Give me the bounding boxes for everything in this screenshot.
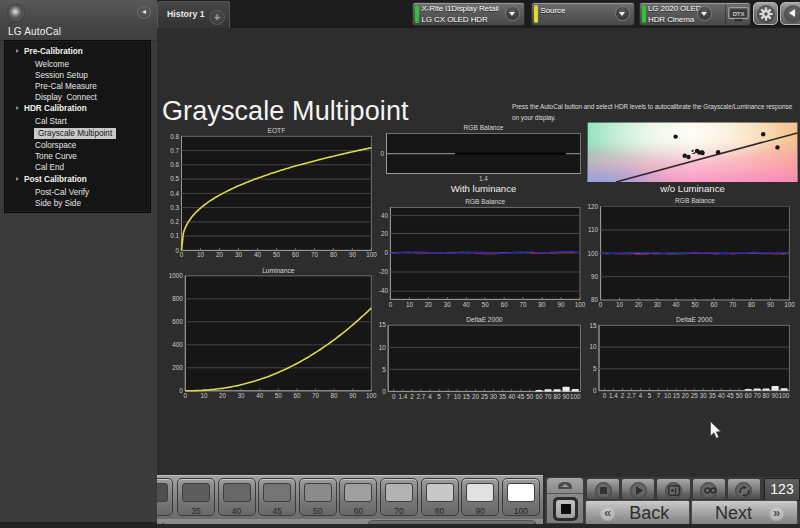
svg-text:0: 0 xyxy=(380,150,384,157)
svg-text:70: 70 xyxy=(544,393,552,400)
svg-text:100: 100 xyxy=(779,392,790,399)
svg-text:80: 80 xyxy=(591,296,599,303)
svg-text:25: 25 xyxy=(481,393,489,400)
svg-text:Luminance: Luminance xyxy=(262,267,295,274)
svg-text:45: 45 xyxy=(727,392,735,399)
svg-text:120: 120 xyxy=(588,203,599,210)
svg-text:DeltaE 2000: DeltaE 2000 xyxy=(676,316,713,323)
svg-text:90: 90 xyxy=(557,301,565,308)
svg-text:1.4: 1.4 xyxy=(609,392,618,399)
svg-text:50: 50 xyxy=(526,393,534,400)
svg-text:70: 70 xyxy=(729,301,737,308)
svg-text:0.2: 0.2 xyxy=(170,218,179,225)
svg-text:800: 800 xyxy=(172,295,183,302)
svg-text:20: 20 xyxy=(425,301,433,308)
svg-text:10: 10 xyxy=(197,251,205,258)
svg-text:20: 20 xyxy=(682,392,690,399)
svg-text:10: 10 xyxy=(406,301,414,308)
svg-text:30: 30 xyxy=(490,393,498,400)
svg-text:50: 50 xyxy=(736,392,744,399)
svg-text:0.6: 0.6 xyxy=(170,161,179,168)
svg-text:20: 20 xyxy=(635,301,643,308)
svg-text:40: 40 xyxy=(673,301,681,308)
svg-text:50: 50 xyxy=(482,301,490,308)
svg-text:10: 10 xyxy=(454,393,462,400)
svg-text:100: 100 xyxy=(588,250,599,257)
svg-text:15: 15 xyxy=(673,392,681,399)
svg-text:80: 80 xyxy=(330,251,338,258)
svg-text:1000: 1000 xyxy=(169,272,184,279)
svg-text:20: 20 xyxy=(219,392,227,399)
svg-text:80: 80 xyxy=(539,301,547,308)
svg-text:100: 100 xyxy=(570,393,581,400)
svg-text:20: 20 xyxy=(472,393,480,400)
svg-text:5: 5 xyxy=(593,365,597,372)
svg-text:RGB Balance: RGB Balance xyxy=(675,197,715,204)
svg-text:70: 70 xyxy=(311,251,319,258)
svg-text:20: 20 xyxy=(381,230,389,237)
svg-text:0.7: 0.7 xyxy=(170,147,179,154)
svg-text:5: 5 xyxy=(648,392,652,399)
svg-text:80: 80 xyxy=(748,301,756,308)
svg-text:With luminance: With luminance xyxy=(451,183,517,194)
svg-text:7: 7 xyxy=(446,393,450,400)
svg-text:30: 30 xyxy=(238,392,246,399)
svg-text:70: 70 xyxy=(520,301,528,308)
svg-text:5: 5 xyxy=(382,366,386,373)
svg-text:0: 0 xyxy=(593,387,597,394)
svg-text:4: 4 xyxy=(639,392,643,399)
svg-text:100: 100 xyxy=(366,251,377,258)
svg-text:EOTF: EOTF xyxy=(268,127,286,134)
svg-text:25: 25 xyxy=(691,392,699,399)
svg-text:-40: -40 xyxy=(379,287,389,294)
svg-text:4: 4 xyxy=(428,393,432,400)
svg-text:15: 15 xyxy=(463,393,471,400)
svg-text:0.8: 0.8 xyxy=(170,133,179,140)
svg-text:50: 50 xyxy=(691,301,699,308)
svg-text:30: 30 xyxy=(235,251,243,258)
svg-text:7: 7 xyxy=(657,392,661,399)
svg-text:10: 10 xyxy=(616,301,624,308)
svg-text:40: 40 xyxy=(463,301,471,308)
svg-text:600: 600 xyxy=(172,318,183,325)
svg-text:10: 10 xyxy=(664,392,672,399)
svg-text:2.7: 2.7 xyxy=(417,393,426,400)
svg-text:80: 80 xyxy=(331,392,339,399)
svg-text:30: 30 xyxy=(700,392,708,399)
svg-text:0.1: 0.1 xyxy=(170,232,179,239)
svg-text:40: 40 xyxy=(718,392,726,399)
svg-text:90: 90 xyxy=(349,251,357,258)
svg-text:200: 200 xyxy=(172,364,183,371)
svg-text:80: 80 xyxy=(554,393,562,400)
svg-text:35: 35 xyxy=(709,392,717,399)
svg-text:0.3: 0.3 xyxy=(170,204,179,211)
svg-text:110: 110 xyxy=(588,226,599,233)
svg-text:60: 60 xyxy=(745,392,753,399)
svg-text:-20: -20 xyxy=(379,268,389,275)
svg-text:70: 70 xyxy=(754,392,762,399)
svg-text:20: 20 xyxy=(216,251,224,258)
svg-text:60: 60 xyxy=(535,393,543,400)
svg-text:0: 0 xyxy=(180,251,184,258)
svg-text:40: 40 xyxy=(256,392,264,399)
svg-text:2: 2 xyxy=(410,393,414,400)
svg-text:60: 60 xyxy=(501,301,509,308)
svg-text:30: 30 xyxy=(444,301,452,308)
svg-text:90: 90 xyxy=(767,301,775,308)
svg-text:5: 5 xyxy=(437,393,441,400)
svg-text:45: 45 xyxy=(517,393,525,400)
svg-text:0: 0 xyxy=(599,301,603,308)
svg-text:0: 0 xyxy=(603,392,607,399)
svg-text:2.7: 2.7 xyxy=(627,392,636,399)
svg-text:DeltaE 2000: DeltaE 2000 xyxy=(466,316,503,323)
svg-text:60: 60 xyxy=(292,251,300,258)
svg-text:0: 0 xyxy=(392,393,396,400)
svg-text:0.5: 0.5 xyxy=(170,175,179,182)
svg-text:400: 400 xyxy=(172,341,183,348)
svg-text:10: 10 xyxy=(200,392,208,399)
svg-text:35: 35 xyxy=(499,393,507,400)
svg-text:60: 60 xyxy=(293,392,301,399)
svg-text:100: 100 xyxy=(575,301,586,308)
svg-text:100: 100 xyxy=(784,301,795,308)
svg-text:50: 50 xyxy=(273,251,281,258)
